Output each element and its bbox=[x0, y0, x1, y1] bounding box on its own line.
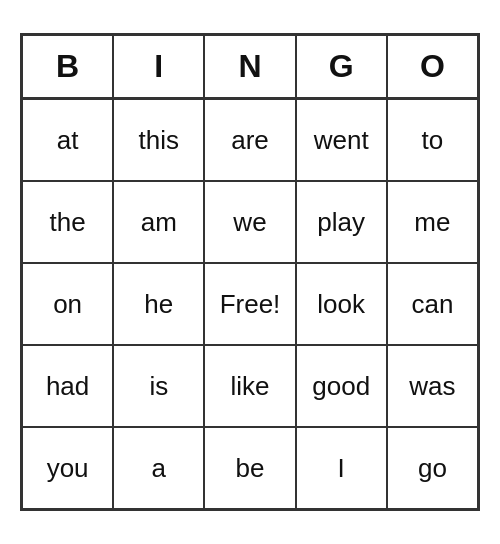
header-cell-n: N bbox=[204, 35, 295, 99]
bingo-row-1: theamweplayme bbox=[22, 181, 478, 263]
bingo-cell-r2-c1: he bbox=[113, 263, 204, 345]
bingo-cell-r3-c0: had bbox=[22, 345, 113, 427]
bingo-cell-r3-c3: good bbox=[296, 345, 387, 427]
bingo-cell-r3-c2: like bbox=[204, 345, 295, 427]
bingo-cell-r2-c0: on bbox=[22, 263, 113, 345]
bingo-row-2: onheFree!lookcan bbox=[22, 263, 478, 345]
bingo-header-row: BINGO bbox=[22, 35, 478, 99]
bingo-cell-r0-c1: this bbox=[113, 99, 204, 181]
bingo-cell-r1-c4: me bbox=[387, 181, 478, 263]
bingo-body: atthisarewenttotheamweplaymeonheFree!loo… bbox=[22, 99, 478, 509]
bingo-row-0: atthisarewentto bbox=[22, 99, 478, 181]
bingo-cell-r2-c4: can bbox=[387, 263, 478, 345]
bingo-cell-r4-c4: go bbox=[387, 427, 478, 509]
header-cell-i: I bbox=[113, 35, 204, 99]
bingo-row-4: youabeIgo bbox=[22, 427, 478, 509]
header-cell-g: G bbox=[296, 35, 387, 99]
bingo-cell-r1-c1: am bbox=[113, 181, 204, 263]
bingo-cell-r1-c0: the bbox=[22, 181, 113, 263]
bingo-cell-r4-c2: be bbox=[204, 427, 295, 509]
bingo-cell-r0-c4: to bbox=[387, 99, 478, 181]
header-cell-b: B bbox=[22, 35, 113, 99]
bingo-cell-r0-c2: are bbox=[204, 99, 295, 181]
bingo-cell-r4-c1: a bbox=[113, 427, 204, 509]
bingo-cell-r3-c4: was bbox=[387, 345, 478, 427]
bingo-cell-r0-c0: at bbox=[22, 99, 113, 181]
bingo-card: BINGO atthisarewenttotheamweplaymeonheFr… bbox=[20, 33, 480, 511]
bingo-cell-r1-c3: play bbox=[296, 181, 387, 263]
header-cell-o: O bbox=[387, 35, 478, 99]
bingo-row-3: hadislikegoodwas bbox=[22, 345, 478, 427]
bingo-cell-r2-c2: Free! bbox=[204, 263, 295, 345]
bingo-cell-r2-c3: look bbox=[296, 263, 387, 345]
bingo-cell-r4-c3: I bbox=[296, 427, 387, 509]
bingo-cell-r3-c1: is bbox=[113, 345, 204, 427]
bingo-cell-r4-c0: you bbox=[22, 427, 113, 509]
bingo-cell-r0-c3: went bbox=[296, 99, 387, 181]
bingo-cell-r1-c2: we bbox=[204, 181, 295, 263]
